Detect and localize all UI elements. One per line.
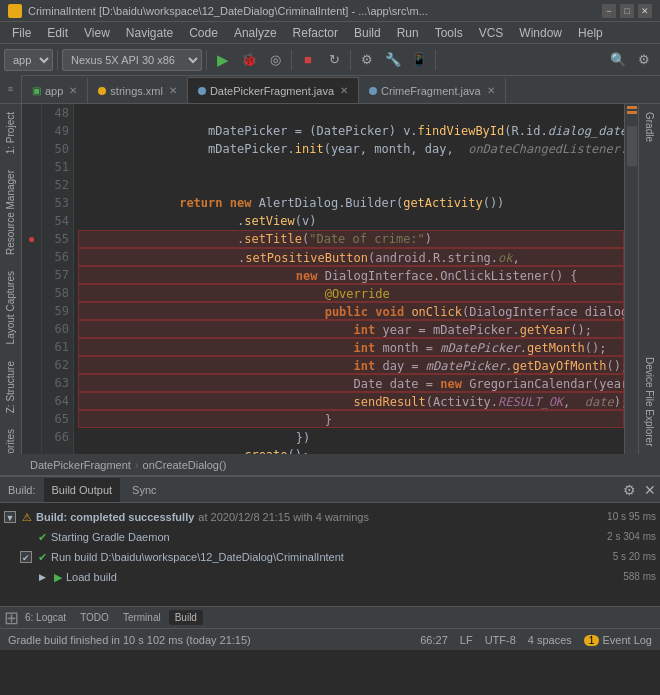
menu-bar: File Edit View Navigate Code Analyze Ref… xyxy=(0,22,660,44)
java-icon-2 xyxy=(369,87,377,95)
sidebar-layout-captures[interactable]: Layout Captures xyxy=(1,263,20,352)
breakpoint-58[interactable]: ● xyxy=(22,230,41,248)
menu-help[interactable]: Help xyxy=(570,24,611,42)
profile-button[interactable]: ◎ xyxy=(263,48,287,72)
tab-strings-close[interactable]: ✕ xyxy=(169,85,177,96)
tab-strings-label: strings.xml xyxy=(110,85,163,97)
bottom-tab-build-output[interactable]: Build Output xyxy=(44,478,121,502)
tab-crimefragment[interactable]: CrimeFragment.java ✕ xyxy=(359,77,506,103)
event-log-badge: 1 xyxy=(584,635,600,646)
tab-crimefragment-label: CrimeFragment.java xyxy=(381,85,481,97)
load-build-label: Load build xyxy=(66,569,117,585)
debug-button[interactable]: 🐞 xyxy=(237,48,261,72)
expand-icon-1[interactable]: ▼ xyxy=(4,511,16,523)
gear-icon[interactable]: ⚙ xyxy=(623,482,636,498)
status-right: 66:27 LF UTF-8 4 spaces 1 Event Log xyxy=(420,634,652,646)
avd-btn[interactable]: 📱 xyxy=(407,48,431,72)
code-line-67 xyxy=(78,446,624,454)
scrollbar-thumb[interactable] xyxy=(627,126,637,166)
maximize-button[interactable]: □ xyxy=(620,4,634,18)
menu-tools[interactable]: Tools xyxy=(427,24,471,42)
window-controls: − □ ✕ xyxy=(602,4,652,18)
app-icon xyxy=(8,4,22,18)
code-line-65: }) xyxy=(78,410,624,428)
stop-button[interactable]: ■ xyxy=(296,48,320,72)
build-row-1: ▼ ⚠ Build: completed successfully at 202… xyxy=(4,507,656,527)
code-editor[interactable]: mDatePicker = (DatePicker) v.findViewByI… xyxy=(74,104,624,454)
sidebar-gradle[interactable]: Gradle xyxy=(640,104,659,150)
spacer-2 xyxy=(20,531,32,543)
bottom-tab-sync[interactable]: Sync xyxy=(124,478,164,502)
scroll-marker xyxy=(627,106,637,109)
build-time-2: 2 s 304 ms xyxy=(607,529,656,545)
code-line-52: return new AlertDialog.Builder(getActivi… xyxy=(78,176,624,194)
ok-icon-1: ✔ xyxy=(38,529,47,545)
sync-button[interactable]: ↻ xyxy=(322,48,346,72)
app-selector[interactable]: app xyxy=(4,49,53,71)
line-ending[interactable]: LF xyxy=(460,634,473,646)
tab-strings[interactable]: strings.xml ✕ xyxy=(88,77,188,103)
close-button[interactable]: ✕ xyxy=(638,4,652,18)
build-time-3: 5 s 20 ms xyxy=(613,549,656,565)
sync-label: Sync xyxy=(132,484,156,496)
breadcrumb-sep: › xyxy=(135,459,139,471)
breadcrumb-method[interactable]: onCreateDialog() xyxy=(143,459,227,471)
run-button[interactable]: ▶ xyxy=(211,48,235,72)
indent[interactable]: 4 spaces xyxy=(528,634,572,646)
bottom-tabs-bar: ⊞ 6: Logcat TODO Terminal Build xyxy=(0,606,660,628)
tab-crimefragment-close[interactable]: ✕ xyxy=(487,85,495,96)
code-line-57: @Override xyxy=(78,266,624,284)
device-selector[interactable]: Nexus 5X API 30 x86 xyxy=(62,49,202,71)
java-icon xyxy=(198,87,206,95)
sidebar-project[interactable]: 1: Project xyxy=(1,104,20,162)
menu-edit[interactable]: Edit xyxy=(39,24,76,42)
tab-datepicker-close[interactable]: ✕ xyxy=(340,85,348,96)
menu-vcs[interactable]: VCS xyxy=(471,24,512,42)
toolbar-separator xyxy=(57,50,58,70)
tab-app[interactable]: ▣ app ✕ xyxy=(22,77,88,103)
tab-app-close[interactable]: ✕ xyxy=(69,85,77,96)
sdk-btn[interactable]: 🔧 xyxy=(381,48,405,72)
find-btn[interactable]: 🔍 xyxy=(606,48,630,72)
build-btn[interactable]: ⚙ xyxy=(355,48,379,72)
sidebar-toggle[interactable]: ≡ xyxy=(0,75,22,103)
gutter: ● xyxy=(22,104,42,454)
minimize-button[interactable]: − xyxy=(602,4,616,18)
code-line-61: int day = mDatePicker.getDayOfMonth(); xyxy=(78,338,624,356)
tab-todo[interactable]: TODO xyxy=(74,610,115,625)
left-sidebar: 1: Project Resource Manager Layout Captu… xyxy=(0,104,22,454)
close-panel-icon[interactable]: ✕ xyxy=(644,482,656,498)
sidebar-structure[interactable]: Z: Structure xyxy=(1,353,20,421)
tab-terminal[interactable]: Terminal xyxy=(117,610,167,625)
tab-build[interactable]: Build xyxy=(169,610,203,625)
sidebar-left-toggle[interactable]: ⊞ xyxy=(4,607,19,629)
settings-btn[interactable]: ⚙ xyxy=(632,48,656,72)
menu-view[interactable]: View xyxy=(76,24,118,42)
menu-build[interactable]: Build xyxy=(346,24,389,42)
expand-icon-3[interactable]: ✔ xyxy=(20,551,32,563)
menu-file[interactable]: File xyxy=(4,24,39,42)
menu-analyze[interactable]: Analyze xyxy=(226,24,285,42)
menu-run[interactable]: Run xyxy=(389,24,427,42)
tab-datepicker[interactable]: DatePickerFragment.java ✕ xyxy=(188,77,359,103)
breadcrumb-class[interactable]: DatePickerFragment xyxy=(30,459,131,471)
xml-icon xyxy=(98,87,106,95)
sidebar-resource-manager[interactable]: Resource Manager xyxy=(1,162,20,263)
menu-navigate[interactable]: Navigate xyxy=(118,24,181,42)
sidebar-favorites[interactable]: 2: Favorites xyxy=(1,421,20,454)
scroll-marker-2 xyxy=(627,111,637,114)
cursor-position[interactable]: 66:27 xyxy=(420,634,448,646)
right-sidebar: Gradle Device File Explorer xyxy=(638,104,660,454)
sidebar-device-explorer[interactable]: Device File Explorer xyxy=(640,349,659,454)
expand-icon-4[interactable]: ▶ xyxy=(36,571,48,583)
menu-refactor[interactable]: Refactor xyxy=(285,24,346,42)
menu-code[interactable]: Code xyxy=(181,24,226,42)
encoding[interactable]: UTF-8 xyxy=(485,634,516,646)
menu-window[interactable]: Window xyxy=(511,24,570,42)
bottom-panel-tabs: Build: Build Output Sync ⚙ ✕ xyxy=(0,477,660,503)
event-log[interactable]: 1 Event Log xyxy=(584,634,652,646)
code-line-59: int year = mDatePicker.getYear(); xyxy=(78,302,624,320)
tab-logcat[interactable]: 6: Logcat xyxy=(19,610,72,625)
bottom-tab-build-label[interactable]: Build: xyxy=(4,484,40,496)
line-numbers: 48 49 50 51 52 53 54 55 56 57 58 59 60 6… xyxy=(42,104,74,454)
